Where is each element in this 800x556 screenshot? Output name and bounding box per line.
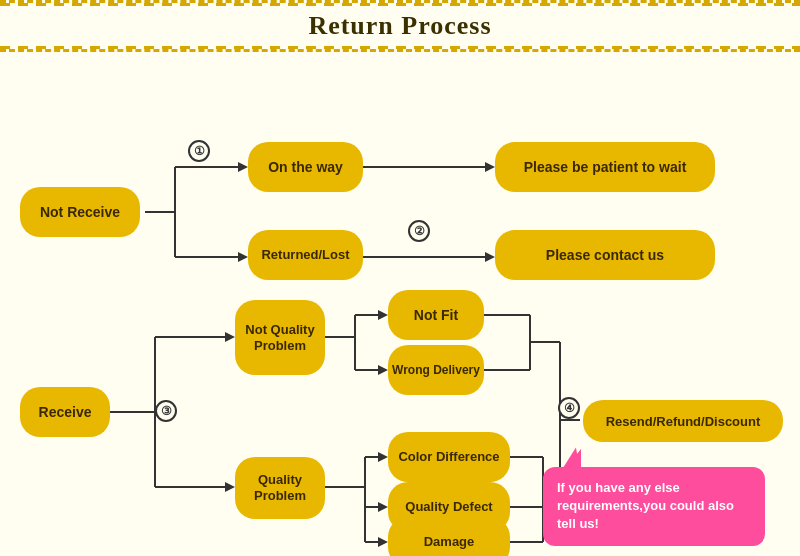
svg-marker-14 xyxy=(225,332,235,342)
svg-marker-21 xyxy=(378,365,388,375)
not-quality-button: Not Quality Problem xyxy=(235,300,325,375)
svg-marker-5 xyxy=(485,162,495,172)
wrong-delivery-button: Wrong Delivery xyxy=(388,345,484,395)
circle-1: ① xyxy=(188,140,210,162)
quality-button: Quality Problem xyxy=(235,457,325,519)
damage-button: Damage xyxy=(388,517,510,556)
svg-marker-29 xyxy=(378,537,388,547)
page-header: Return Process xyxy=(0,0,800,52)
resend-button: Resend/Refund/Discount xyxy=(583,400,783,442)
circle-3: ③ xyxy=(155,400,177,422)
svg-marker-15 xyxy=(225,482,235,492)
speech-bubble: If you have any else requirements,you co… xyxy=(543,467,765,546)
svg-marker-20 xyxy=(378,310,388,320)
receive-button: Receive xyxy=(20,387,110,437)
patient-wait-button: Please be patient to wait xyxy=(495,142,715,192)
not-receive-button: Not Receive xyxy=(20,187,140,237)
diagram-area: Not Receive ① On the way Returned/Lost ②… xyxy=(0,52,800,556)
returned-lost-button: Returned/Lost xyxy=(248,230,363,280)
contact-us-button: Please contact us xyxy=(495,230,715,280)
color-diff-button: Color Difference xyxy=(388,432,510,482)
svg-marker-7 xyxy=(485,252,495,262)
not-fit-button: Not Fit xyxy=(388,290,484,340)
on-the-way-button: On the way xyxy=(248,142,363,192)
circle-2: ② xyxy=(408,220,430,242)
svg-marker-8 xyxy=(238,162,248,172)
svg-marker-27 xyxy=(378,502,388,512)
circle-4: ④ xyxy=(558,397,580,419)
page-title: Return Process xyxy=(308,11,491,40)
svg-marker-25 xyxy=(378,452,388,462)
svg-marker-9 xyxy=(238,252,248,262)
